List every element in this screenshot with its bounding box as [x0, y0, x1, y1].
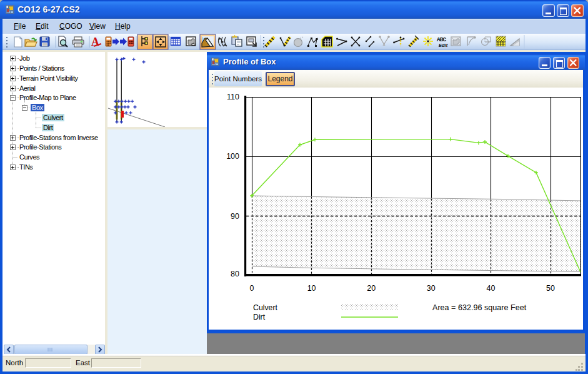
svg-text:80: 80 [231, 270, 239, 278]
svg-text:100: 100 [226, 152, 239, 161]
svg-text:Edit: Edit [439, 43, 448, 48]
svg-text:110: 110 [227, 93, 239, 101]
svg-text:Area = 632.96 square Feet: Area = 632.96 square Feet [432, 303, 527, 312]
svg-text:Culvert: Culvert [253, 303, 278, 312]
svg-text:40: 40 [486, 284, 495, 293]
svg-text:0: 0 [250, 284, 254, 293]
svg-text:Dirt: Dirt [253, 313, 266, 321]
svg-text:20: 20 [367, 284, 376, 293]
svg-text:90: 90 [231, 212, 239, 221]
svg-text:30: 30 [427, 284, 436, 293]
svg-text:10: 10 [307, 284, 316, 293]
svg-text:50: 50 [546, 284, 555, 293]
